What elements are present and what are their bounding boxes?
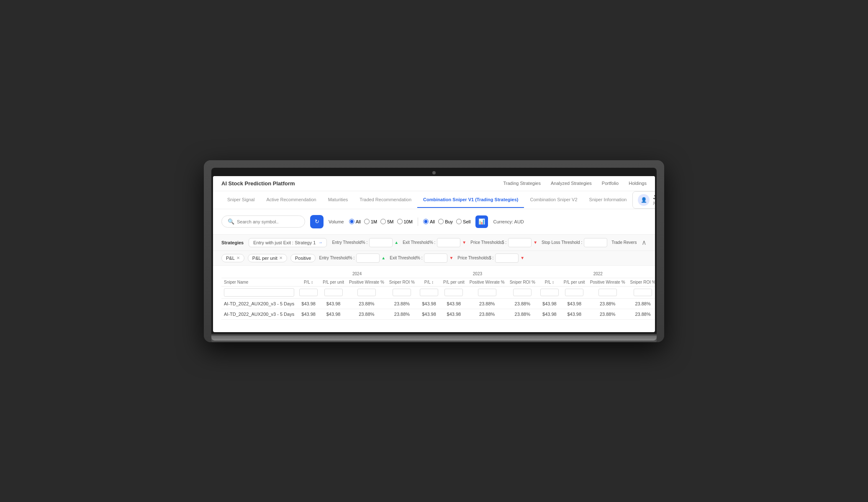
winrate-filter-2022[interactable] [598, 289, 617, 296]
price-down-icon: ▼ [533, 240, 537, 245]
collapse-button[interactable]: ∧ [642, 238, 647, 246]
col-pl-unit-2022[interactable]: P/L per unit [561, 278, 588, 286]
row-1-col-2: 23.88% [347, 298, 387, 309]
row-2-col-10: 23.88% [588, 309, 628, 319]
filter-tag-pl-label: P&L [226, 256, 235, 261]
tab-combination-sniper-v1[interactable]: Combination Sniper V1 (Trading Strategie… [417, 192, 524, 208]
toolbar: 🔍 ↻ Volume All 1M 5M 10M All Buy Sell [213, 209, 655, 235]
entry-threshold-item: Entry Threshold% : ▲ [332, 238, 398, 247]
tab-active-recommendation[interactable]: Active Recommendation [260, 192, 322, 208]
exit-down-icon-2: ▼ [449, 256, 453, 260]
exit-threshold-label-2: Exit Threshold% : [390, 256, 422, 260]
col-pl-unit-2023[interactable]: P/L per unit [441, 278, 467, 286]
trade-all[interactable]: All [423, 219, 435, 224]
col-winrate-2023[interactable]: Positive Winrate % [467, 278, 507, 286]
filter-tag-positive: Positive [290, 254, 316, 262]
tab-sniper-information[interactable]: Sniper Information [583, 192, 633, 208]
row-2-col-5: $43.98 [441, 309, 467, 319]
col-winrate-2022[interactable]: Positive Winrate % [588, 278, 628, 286]
roi-filter-2022[interactable] [634, 289, 652, 296]
winrate-filter-2023[interactable] [478, 289, 496, 296]
row-1-col-8: $43.98 [538, 298, 561, 309]
filter-tag-pl-per-unit: P&L per unit ✕ [248, 254, 287, 262]
top-nav-analyzed-strategies[interactable]: Analyzed Strategies [551, 181, 592, 186]
exit-down-icon: ▼ [462, 240, 466, 245]
entry-threshold-input[interactable] [369, 238, 393, 247]
user-name: John Doe [653, 195, 655, 200]
price-threshold-input-2[interactable] [495, 254, 519, 263]
filter-roi-2022 [628, 286, 655, 298]
row-1-col-1: $43.98 [320, 298, 347, 309]
chart-icon-button[interactable]: 📊 [475, 215, 488, 228]
laptop-foot [211, 336, 657, 341]
pl-filter-2022[interactable] [540, 289, 559, 296]
pl-filter-2024[interactable] [299, 289, 318, 296]
col-roi-2024[interactable]: Sniper ROI % [387, 278, 417, 286]
search-input[interactable] [237, 219, 295, 224]
filter-winrate-2024 [347, 286, 387, 298]
entry-threshold-label-2: Entry Threshold% : [319, 256, 354, 260]
sniper-name-col-header: Sniper Name [221, 278, 297, 286]
pl-unit-filter-2024[interactable] [324, 289, 343, 296]
row-2-col-1: $43.98 [320, 309, 347, 319]
volume-1m[interactable]: 1M [364, 219, 377, 224]
year-2023: 2023 [417, 270, 538, 278]
tab-combination-sniper-v2[interactable]: Combination Sniper V2 [524, 192, 583, 208]
col-pl-unit-2024[interactable]: P/L per unit [320, 278, 347, 286]
exit-threshold-input-2[interactable] [424, 254, 447, 263]
year-2022: 2022 [538, 270, 655, 278]
table-row: AI-TD_2022_AUX200_v3 - 5 Days $43.98 $43… [221, 309, 655, 319]
entry-up-icon-2: ▲ [381, 256, 385, 260]
stop-loss-input[interactable] [584, 238, 607, 247]
top-nav: Trading Strategies Analyzed Strategies P… [503, 181, 647, 186]
filter-tag-pl-close[interactable]: ✕ [236, 256, 240, 260]
entry-threshold-input-2[interactable] [356, 254, 380, 263]
row-2-col-6: 23.88% [467, 309, 507, 319]
top-nav-portfolio[interactable]: Portfolio [602, 181, 619, 186]
app-header: AI Stock Prediction Platform Trading Str… [213, 176, 655, 191]
col-pl-2024[interactable]: P/L ↕ [297, 278, 320, 286]
sniper-name-filter-input[interactable] [224, 288, 294, 297]
roi-filter-2024[interactable] [393, 289, 411, 296]
pl-filter-2023[interactable] [420, 289, 438, 296]
trade-buy[interactable]: Buy [438, 219, 453, 224]
filter-tag-pl-per-unit-close[interactable]: ✕ [279, 256, 282, 260]
row-1-col-7: 23.88% [507, 298, 538, 309]
user-profile[interactable]: 👤 John Doe johndoe@xyzweb.com [632, 191, 655, 209]
pl-unit-filter-2023[interactable] [444, 289, 463, 296]
col-roi-2023[interactable]: Sniper ROI % [507, 278, 538, 286]
volume-10m[interactable]: 10M [397, 219, 413, 224]
trade-sell[interactable]: Sell [456, 219, 470, 224]
filter-pl-2022 [538, 286, 561, 298]
currency-label: Currency: AUD [493, 219, 524, 224]
price-down-icon-2: ▼ [520, 256, 524, 260]
volume-all[interactable]: All [349, 219, 361, 224]
top-nav-holdings[interactable]: Holdings [629, 181, 647, 186]
col-pl-2022[interactable]: P/L ↕ [538, 278, 561, 286]
volume-5m[interactable]: 5M [380, 219, 393, 224]
pl-unit-filter-2022[interactable] [565, 289, 583, 296]
col-winrate-2024[interactable]: Positive Winrate % [347, 278, 387, 286]
exit-threshold-label: Exit Threshold% : [403, 240, 435, 245]
row-2-col-3: 23.88% [387, 309, 417, 319]
divider [418, 218, 418, 226]
price-threshold-label: Price Thresholds$ : [470, 240, 506, 245]
tab-maturities[interactable]: Maturities [322, 192, 354, 208]
exit-threshold-input[interactable] [437, 238, 460, 247]
price-threshold-input[interactable] [508, 238, 532, 247]
filter-tag-positive-label: Positive [295, 256, 311, 261]
winrate-filter-2024[interactable] [357, 289, 376, 296]
filter-pl-unit-2023 [441, 286, 467, 298]
user-email: johndoe@xyzweb.com [653, 200, 655, 205]
col-roi-2022[interactable]: Sniper ROI % [628, 278, 655, 286]
strategy-pill[interactable]: Entry with just Exit : Strategy 1 → [249, 238, 327, 247]
price-threshold-item: Price Thresholds$ : ▼ [470, 238, 537, 247]
row-2-col-4: $43.98 [417, 309, 441, 319]
roi-filter-2023[interactable] [513, 289, 532, 296]
refresh-button[interactable]: ↻ [310, 215, 324, 228]
col-pl-2023[interactable]: P/L ↕ [417, 278, 441, 286]
tab-traded-recommendation[interactable]: Traded Recommendation [354, 192, 417, 208]
tab-sniper-signal[interactable]: Sniper Signal [221, 192, 260, 208]
top-nav-trading-strategies[interactable]: Trading Strategies [503, 181, 541, 186]
filter-roi-2024 [387, 286, 417, 298]
